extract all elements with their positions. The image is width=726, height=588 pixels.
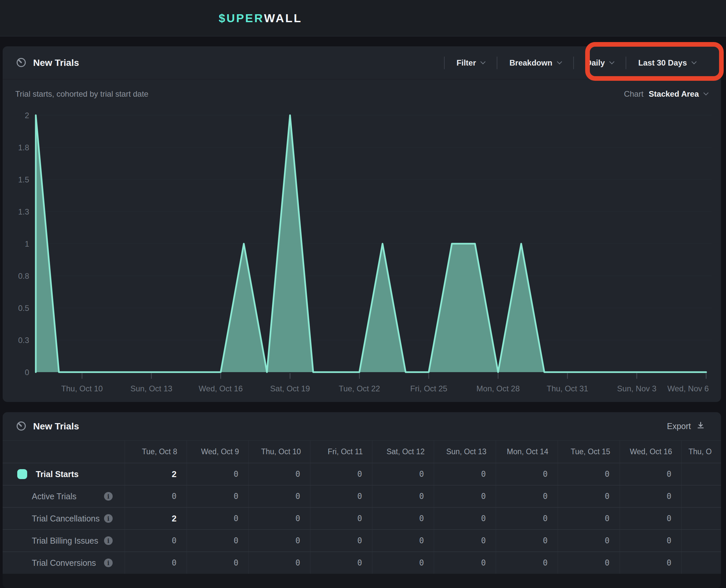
table-value-cell xyxy=(682,485,721,507)
chart-card-title: New Trials xyxy=(33,58,79,68)
brand-prefix: $UPER xyxy=(219,12,264,25)
table-value-cell: 0 xyxy=(187,530,249,552)
table-value-cell: 0 xyxy=(558,485,620,507)
last-30-days-dropdown[interactable]: Last 30 Days xyxy=(626,58,708,67)
timer-icon xyxy=(15,420,27,433)
table-header-cell: Tue, Oct 15 xyxy=(558,441,620,463)
export-label: Export xyxy=(667,421,691,431)
info-icon[interactable] xyxy=(104,492,113,501)
table-value-cell: 0 xyxy=(558,463,620,485)
y-axis-tick-label: 0 xyxy=(25,368,29,377)
table-value-cell: 0 xyxy=(620,530,682,552)
row-label-cell: Active Trials xyxy=(3,485,125,507)
table-value-cell: 0 xyxy=(310,507,372,530)
row-label: Trial Billing Issues xyxy=(32,536,98,546)
row-label: Trial Starts xyxy=(36,469,79,479)
table-value-cell: 0 xyxy=(248,530,310,552)
row-label-cell: Trial Cancellations xyxy=(3,507,125,530)
table-value-cell: 0 xyxy=(372,463,435,485)
table-value-cell: 0 xyxy=(434,463,496,485)
table-corner-cell xyxy=(3,441,125,463)
table-value-cell: 0 xyxy=(248,552,310,574)
x-axis-tick-label: Sun, Nov 3 xyxy=(617,384,657,393)
y-axis-tick-label: 1.5 xyxy=(18,175,29,184)
new-trials-chart-card: New Trials FilterBreakdownDailyLast 30 D… xyxy=(3,46,721,402)
breakdown-dropdown[interactable]: Breakdown xyxy=(497,58,573,67)
table-value-cell: 0 xyxy=(187,485,249,507)
table-header-cell: Mon, Oct 14 xyxy=(496,441,558,463)
table-value-cell: 0 xyxy=(558,530,620,552)
table-value-cell: 0 xyxy=(620,507,682,530)
dropdown-label: Filter xyxy=(457,58,476,67)
info-icon[interactable] xyxy=(104,514,113,523)
table-value-cell: 0 xyxy=(434,530,496,552)
chart-subtitle: Trial starts, cohorted by trial start da… xyxy=(15,89,148,99)
table-value-cell: 0 xyxy=(248,463,310,485)
table-value-cell: 0 xyxy=(558,552,620,574)
table-value-cell: 0 xyxy=(434,485,496,507)
chevron-down-icon xyxy=(691,59,697,65)
brand-logo[interactable]: $UPERWALL xyxy=(219,0,302,37)
table-value-cell xyxy=(682,530,721,552)
table-value-cell: 0 xyxy=(620,463,682,485)
table-value-cell: 0 xyxy=(187,552,249,574)
table-value-cell: 0 xyxy=(125,485,187,507)
legend-swatch-trial-starts xyxy=(17,469,27,479)
chart-type-value: Stacked Area xyxy=(649,89,699,99)
chevron-down-icon xyxy=(704,90,709,96)
top-nav: $UPERWALL xyxy=(0,0,726,37)
table-value-cell: 0 xyxy=(496,507,558,530)
table-card-title: New Trials xyxy=(33,421,79,432)
x-axis-tick-label: Thu, Oct 10 xyxy=(61,384,103,393)
row-label-cell: Trial Starts xyxy=(3,463,125,485)
table-value-cell: 0 xyxy=(434,507,496,530)
dropdown-label: Last 30 Days xyxy=(638,58,687,67)
table-value-cell: 0 xyxy=(496,485,558,507)
export-button[interactable]: Export xyxy=(667,412,705,440)
table-value-cell: 0 xyxy=(187,507,249,530)
row-label: Active Trials xyxy=(32,492,77,501)
table-value-cell: 0 xyxy=(248,507,310,530)
daily-dropdown[interactable]: Daily xyxy=(574,58,626,67)
trial-starts-area-line xyxy=(36,115,706,372)
chart-controls: FilterBreakdownDailyLast 30 Days xyxy=(444,46,708,80)
row-label-cell: Trial Billing Issues xyxy=(3,530,125,552)
table-value-cell: 0 xyxy=(310,485,372,507)
table-header-cell: Wed, Oct 16 xyxy=(620,441,682,463)
chevron-down-icon xyxy=(557,59,562,65)
table-header-cell: Tue, Oct 8 xyxy=(125,441,187,463)
trial-starts-area-fill xyxy=(36,115,706,372)
x-axis-tick-label: Mon, Oct 28 xyxy=(477,384,520,393)
dropdown-label: Daily xyxy=(586,58,605,67)
chevron-down-icon xyxy=(481,59,486,65)
table-header-cell: Fri, Oct 11 xyxy=(310,441,372,463)
trials-table: Tue, Oct 8Wed, Oct 9Thu, Oct 10Fri, Oct … xyxy=(3,440,721,574)
table-value-cell: 0 xyxy=(620,485,682,507)
table-value-cell: 0 xyxy=(372,530,435,552)
table-value-cell: 0 xyxy=(372,507,435,530)
table-value-cell: 0 xyxy=(620,552,682,574)
y-axis-tick-label: 1.3 xyxy=(18,207,29,216)
x-axis-tick-label: Tue, Oct 22 xyxy=(339,384,380,393)
info-icon[interactable] xyxy=(104,559,113,567)
chart-type-select[interactable]: Chart Stacked Area xyxy=(624,89,708,99)
x-axis-tick-label: Wed, Oct 16 xyxy=(199,384,243,393)
table-value-cell: 0 xyxy=(310,463,372,485)
table-value-cell: 0 xyxy=(558,507,620,530)
table-value-cell: 0 xyxy=(125,530,187,552)
table-value-cell: 0 xyxy=(248,485,310,507)
table-header-cell: Sun, Oct 13 xyxy=(434,441,496,463)
y-axis-tick-label: 2 xyxy=(25,111,29,120)
y-axis-tick-label: 0.3 xyxy=(18,336,29,345)
y-axis-tick-label: 1 xyxy=(25,239,29,248)
table-value-cell: 0 xyxy=(496,463,558,485)
table-header-cell: Thu, Oct 10 xyxy=(248,441,310,463)
dropdown-label: Breakdown xyxy=(509,58,552,67)
table-value-cell: 0 xyxy=(372,485,435,507)
table-header-cell: Sat, Oct 12 xyxy=(372,441,435,463)
filter-dropdown[interactable]: Filter xyxy=(445,58,497,67)
x-axis-tick-label: Sun, Oct 13 xyxy=(130,384,172,393)
x-axis-tick-label: Thu, Oct 31 xyxy=(547,384,588,393)
info-icon[interactable] xyxy=(104,537,113,545)
y-axis-tick-label: 0.8 xyxy=(18,272,29,280)
